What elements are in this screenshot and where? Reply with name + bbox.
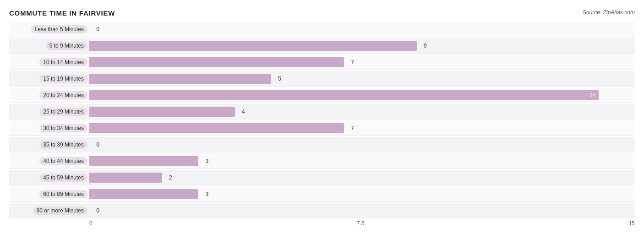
bar-value: 4: [242, 109, 245, 115]
bar-label: 15 to 19 Minutes: [39, 75, 87, 83]
bar-fill: 7: [89, 123, 344, 133]
x-tick: 15: [629, 220, 635, 227]
bar-label: 45 to 59 Minutes: [39, 174, 87, 182]
bar-label-wrap: 25 to 29 Minutes: [9, 108, 89, 116]
bar-label: 90 or more Minutes: [33, 206, 87, 215]
bar-label: 10 to 14 Minutes: [39, 58, 87, 66]
bar-label: 5 to 9 Minutes: [46, 42, 87, 50]
bar-label-wrap: 30 to 34 Minutes: [9, 124, 89, 132]
bar-row: 10 to 14 Minutes7: [9, 54, 635, 70]
x-tick: 0: [89, 220, 93, 227]
bar-label-wrap: 10 to 14 Minutes: [9, 58, 89, 66]
bar-label-wrap: 20 to 24 Minutes: [9, 91, 89, 99]
bar-label: 20 to 24 Minutes: [39, 91, 87, 99]
bar-row: 35 to 39 Minutes0: [9, 137, 635, 152]
bar-value: 7: [351, 59, 354, 65]
bar-label-wrap: 35 to 39 Minutes: [9, 141, 89, 149]
bar-label-wrap: 60 to 89 Minutes: [9, 190, 89, 198]
bar-fill: 4: [89, 107, 235, 117]
chart-area: Less than 5 Minutes05 to 9 Minutes910 to…: [9, 22, 635, 218]
bar-track: 2: [89, 173, 635, 183]
bar-track: 3: [89, 189, 635, 199]
bar-track: 14: [89, 90, 635, 100]
bar-track: 0: [89, 140, 635, 150]
bar-row: 60 to 89 Minutes3: [9, 186, 635, 202]
bar-track: 9: [89, 41, 635, 51]
bar-fill: 9: [89, 41, 417, 51]
bar-label: 25 to 29 Minutes: [39, 108, 87, 116]
bar-fill: 5: [89, 74, 271, 84]
bar-label-wrap: 40 to 44 Minutes: [9, 157, 89, 165]
bar-track: 7: [89, 123, 635, 133]
bar-label: Less than 5 Minutes: [31, 25, 87, 33]
bar-fill: 7: [89, 57, 344, 67]
bar-fill: 3: [89, 156, 198, 166]
bar-fill: 3: [89, 189, 198, 199]
bar-value: 0: [96, 141, 99, 148]
bar-row: 15 to 19 Minutes5: [9, 71, 635, 87]
bar-fill: 14: [89, 90, 599, 100]
bar-row: Less than 5 Minutes0: [9, 22, 635, 37]
bar-row: 20 to 24 Minutes14: [9, 87, 635, 103]
bar-row: 45 to 59 Minutes2: [9, 170, 635, 185]
bar-track: 0: [89, 24, 635, 34]
bar-track: 5: [89, 74, 635, 84]
bar-label-wrap: 15 to 19 Minutes: [9, 75, 89, 83]
bar-label-wrap: 90 or more Minutes: [9, 206, 89, 215]
bar-track: 0: [89, 206, 635, 216]
chart-header: COMMUTE TIME IN FAIRVIEW Source: ZipAtla…: [9, 9, 635, 17]
x-axis: 07.515: [9, 220, 635, 227]
chart-title: COMMUTE TIME IN FAIRVIEW: [9, 9, 115, 17]
bar-label-wrap: 5 to 9 Minutes: [9, 42, 89, 50]
bar-value: 0: [96, 207, 99, 214]
bar-row: 5 to 9 Minutes9: [9, 38, 635, 54]
bar-label: 30 to 34 Minutes: [39, 124, 87, 132]
bar-value: 5: [278, 76, 281, 82]
bar-value: 0: [96, 26, 99, 33]
bar-label: 40 to 44 Minutes: [39, 157, 87, 165]
bar-fill: 2: [89, 173, 162, 183]
bar-row: 30 to 34 Minutes7: [9, 120, 635, 136]
bar-track: 4: [89, 107, 635, 117]
chart-source: Source: ZipAtlas.com: [583, 9, 635, 16]
bar-label-wrap: 45 to 59 Minutes: [9, 174, 89, 182]
chart-container: COMMUTE TIME IN FAIRVIEW Source: ZipAtla…: [0, 5, 644, 239]
bar-value: 3: [206, 191, 209, 197]
x-tick: 7.5: [357, 220, 365, 227]
bar-track: 7: [89, 57, 635, 67]
bar-value: 7: [351, 125, 354, 131]
bar-value: 3: [206, 158, 209, 164]
bar-value: 2: [169, 174, 172, 181]
bar-row: 40 to 44 Minutes3: [9, 153, 635, 169]
bar-label-wrap: Less than 5 Minutes: [9, 25, 89, 33]
bar-row: 90 or more Minutes0: [9, 203, 635, 218]
bar-label: 35 to 39 Minutes: [39, 141, 87, 149]
bar-value: 14: [589, 92, 595, 98]
bar-track: 3: [89, 156, 635, 166]
bar-row: 25 to 29 Minutes4: [9, 104, 635, 120]
bar-label: 60 to 89 Minutes: [39, 190, 87, 198]
bar-value: 9: [424, 43, 427, 49]
